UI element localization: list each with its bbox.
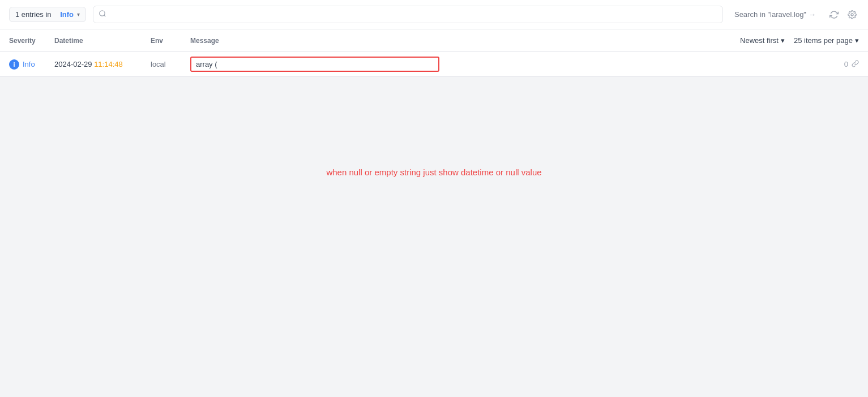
settings-button[interactable] <box>845 8 859 21</box>
search-arrow-icon: → <box>809 10 816 19</box>
sort-select[interactable]: Newest first ▾ <box>740 36 785 45</box>
search-in-file-label: Search in "laravel.log" <box>734 10 806 19</box>
entries-chevron-icon: ▾ <box>77 11 80 18</box>
col-header-env: Env <box>151 37 190 45</box>
search-input[interactable] <box>93 6 723 23</box>
entries-count: 1 entries in <box>15 10 52 19</box>
cell-message: array ( <box>190 57 844 72</box>
message-content: array ( <box>190 57 439 72</box>
count-value: 0 <box>844 60 848 68</box>
per-page-label: 25 items per page <box>794 36 853 45</box>
column-headers: Severity Datetime Env Message Newest fir… <box>0 29 868 52</box>
cell-count: 0 <box>844 60 859 69</box>
search-icon <box>99 10 106 19</box>
annotation-text: when null or empty string just show date… <box>326 167 541 177</box>
table-row[interactable]: i Info 2024-02-29 11:14:48 local array (… <box>0 52 868 77</box>
col-header-right: Newest first ▾ 25 items per page ▾ <box>740 36 859 45</box>
severity-info-icon: i <box>9 59 19 70</box>
col-header-datetime: Datetime <box>54 37 151 45</box>
entries-level: Info <box>60 10 74 19</box>
severity-label: Info <box>23 60 35 68</box>
per-page-select[interactable]: 25 items per page ▾ <box>794 36 859 45</box>
cell-datetime: 2024-02-29 11:14:48 <box>54 60 151 68</box>
search-container <box>93 6 723 23</box>
svg-point-0 <box>100 11 105 16</box>
time-part: 11:14:48 <box>94 60 123 68</box>
cell-severity: i Info <box>9 59 54 70</box>
refresh-button[interactable] <box>827 8 841 21</box>
main-content: when null or empty string just show date… <box>0 77 868 200</box>
date-part: 2024-02-29 <box>54 60 94 68</box>
col-header-message: Message <box>190 37 740 45</box>
cell-env: local <box>151 60 190 68</box>
svg-point-2 <box>851 14 853 16</box>
top-bar-actions <box>827 8 859 21</box>
per-page-chevron-icon: ▾ <box>855 36 859 45</box>
entries-badge[interactable]: 1 entries in Info ▾ <box>9 7 86 22</box>
sort-chevron-icon: ▾ <box>781 36 785 45</box>
col-header-severity: Severity <box>9 37 54 45</box>
search-in-file[interactable]: Search in "laravel.log" → <box>734 10 816 19</box>
svg-line-1 <box>104 15 106 17</box>
top-bar: 1 entries in Info ▾ Search in "laravel.l… <box>0 0 868 29</box>
sort-label: Newest first <box>740 36 779 45</box>
link-icon[interactable] <box>852 60 859 69</box>
